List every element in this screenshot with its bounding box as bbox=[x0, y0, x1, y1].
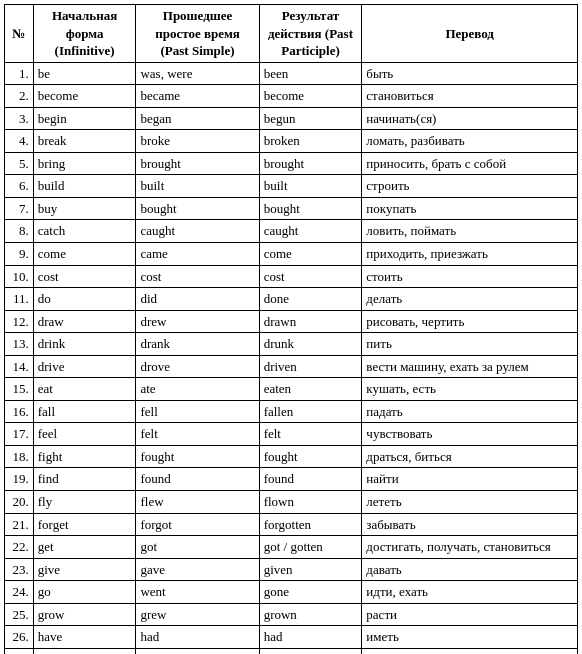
table-row: 6.buildbuiltbuiltстроить bbox=[5, 175, 578, 198]
table-cell: done bbox=[259, 288, 362, 311]
table-row: 25.growgrewgrownрасти bbox=[5, 603, 578, 626]
table-cell: gave bbox=[136, 558, 259, 581]
table-cell: became bbox=[136, 85, 259, 108]
table-row: 20.flyflewflownлететь bbox=[5, 491, 578, 514]
table-cell: felt bbox=[259, 423, 362, 446]
table-cell: fought bbox=[136, 445, 259, 468]
table-cell: did bbox=[136, 288, 259, 311]
table-cell: 12. bbox=[5, 310, 34, 333]
table-cell: began bbox=[136, 107, 259, 130]
table-cell: 4. bbox=[5, 130, 34, 153]
table-row: 11.dodiddoneделать bbox=[5, 288, 578, 311]
table-cell: 18. bbox=[5, 445, 34, 468]
table-cell: пить bbox=[362, 333, 578, 356]
table-cell: 22. bbox=[5, 536, 34, 559]
table-row: 18.fightfoughtfoughtдраться, биться bbox=[5, 445, 578, 468]
table-row: 4.breakbrokebrokenломать, разбивать bbox=[5, 130, 578, 153]
table-cell: лететь bbox=[362, 491, 578, 514]
table-cell: hear bbox=[33, 648, 136, 654]
table-cell: покупать bbox=[362, 197, 578, 220]
table-cell: become bbox=[259, 85, 362, 108]
table-cell: 7. bbox=[5, 197, 34, 220]
irregular-verbs-table: № Начальная форма (Infinitive) Прошедшее… bbox=[4, 4, 578, 654]
table-row: 14.drivedrovedrivenвести машину, ехать з… bbox=[5, 355, 578, 378]
table-cell: 10. bbox=[5, 265, 34, 288]
table-cell: fell bbox=[136, 400, 259, 423]
table-cell: ломать, разбивать bbox=[362, 130, 578, 153]
table-cell: got bbox=[136, 536, 259, 559]
table-cell: find bbox=[33, 468, 136, 491]
table-cell: cost bbox=[33, 265, 136, 288]
table-cell: 17. bbox=[5, 423, 34, 446]
table-cell: вести машину, ехать за рулем bbox=[362, 355, 578, 378]
table-cell: forgotten bbox=[259, 513, 362, 536]
table-cell: begun bbox=[259, 107, 362, 130]
table-cell: flown bbox=[259, 491, 362, 514]
table-cell: ловить, поймать bbox=[362, 220, 578, 243]
table-cell: grown bbox=[259, 603, 362, 626]
table-row: 13.drinkdrankdrunkпить bbox=[5, 333, 578, 356]
table-header-row: № Начальная форма (Infinitive) Прошедшее… bbox=[5, 5, 578, 63]
table-cell: got / gotten bbox=[259, 536, 362, 559]
table-cell: get bbox=[33, 536, 136, 559]
table-row: 9.comecamecomeприходить, приезжать bbox=[5, 243, 578, 266]
table-cell: do bbox=[33, 288, 136, 311]
table-cell: caught bbox=[259, 220, 362, 243]
table-cell: bought bbox=[136, 197, 259, 220]
table-cell: heard bbox=[259, 648, 362, 654]
table-cell: flew bbox=[136, 491, 259, 514]
table-cell: was, were bbox=[136, 62, 259, 85]
table-row: 10.costcostcostстоить bbox=[5, 265, 578, 288]
table-cell: 25. bbox=[5, 603, 34, 626]
table-cell: become bbox=[33, 85, 136, 108]
table-row: 3.beginbeganbegunначинать(ся) bbox=[5, 107, 578, 130]
table-cell: eaten bbox=[259, 378, 362, 401]
table-cell: делать bbox=[362, 288, 578, 311]
table-cell: heard bbox=[136, 648, 259, 654]
table-cell: grew bbox=[136, 603, 259, 626]
table-cell: 11. bbox=[5, 288, 34, 311]
header-number: № bbox=[5, 5, 34, 63]
table-cell: fall bbox=[33, 400, 136, 423]
table-cell: 27. bbox=[5, 648, 34, 654]
table-cell: 6. bbox=[5, 175, 34, 198]
table-cell: расти bbox=[362, 603, 578, 626]
table-cell: drawn bbox=[259, 310, 362, 333]
table-cell: break bbox=[33, 130, 136, 153]
table-cell: drink bbox=[33, 333, 136, 356]
table-cell: forgot bbox=[136, 513, 259, 536]
table-row: 23.givegavegivenдавать bbox=[5, 558, 578, 581]
table-cell: 21. bbox=[5, 513, 34, 536]
table-cell: draw bbox=[33, 310, 136, 333]
table-cell: 1. bbox=[5, 62, 34, 85]
table-cell: go bbox=[33, 581, 136, 604]
table-cell: 26. bbox=[5, 626, 34, 649]
table-cell: bring bbox=[33, 152, 136, 175]
table-cell: catch bbox=[33, 220, 136, 243]
table-cell: чувствовать bbox=[362, 423, 578, 446]
table-cell: felt bbox=[136, 423, 259, 446]
table-cell: come bbox=[259, 243, 362, 266]
table-cell: 13. bbox=[5, 333, 34, 356]
table-cell: 23. bbox=[5, 558, 34, 581]
table-cell: 19. bbox=[5, 468, 34, 491]
table-cell: drank bbox=[136, 333, 259, 356]
table-cell: went bbox=[136, 581, 259, 604]
table-cell: fought bbox=[259, 445, 362, 468]
table-row: 2.becomebecamebecomeстановиться bbox=[5, 85, 578, 108]
table-cell: быть bbox=[362, 62, 578, 85]
table-row: 27.hearheardheardслышать bbox=[5, 648, 578, 654]
table-cell: driven bbox=[259, 355, 362, 378]
table-cell: кушать, есть bbox=[362, 378, 578, 401]
table-cell: стоить bbox=[362, 265, 578, 288]
table-cell: драться, биться bbox=[362, 445, 578, 468]
table-cell: feel bbox=[33, 423, 136, 446]
table-cell: come bbox=[33, 243, 136, 266]
table-cell: begin bbox=[33, 107, 136, 130]
table-cell: идти, ехать bbox=[362, 581, 578, 604]
table-row: 5.bringbroughtbroughtприносить, брать с … bbox=[5, 152, 578, 175]
table-row: 22.getgotgot / gottenдостигать, получать… bbox=[5, 536, 578, 559]
table-cell: found bbox=[259, 468, 362, 491]
header-past-simple: Прошедшее простое время (Past Simple) bbox=[136, 5, 259, 63]
table-cell: built bbox=[259, 175, 362, 198]
